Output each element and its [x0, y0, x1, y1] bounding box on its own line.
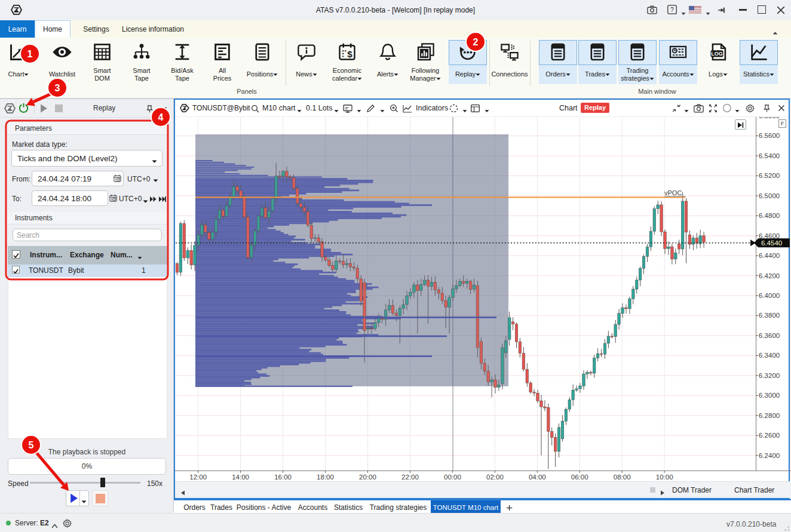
svg-text:$: $ — [347, 49, 352, 59]
svg-text:?: ? — [670, 6, 674, 13]
svg-text:LOG: LOG — [711, 51, 723, 57]
